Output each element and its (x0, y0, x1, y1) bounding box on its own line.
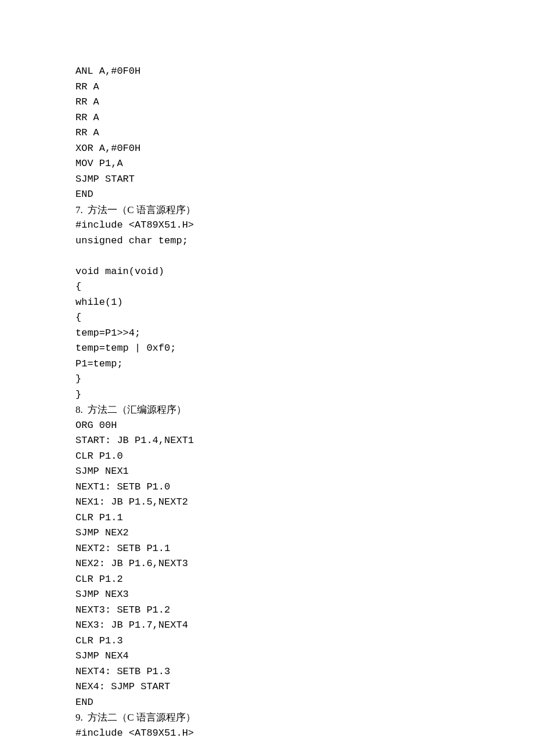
code-line: SJMP NEX4 (75, 649, 459, 664)
code-line: NEXT3: SETB P1.2 (75, 603, 459, 618)
code-line: #include <AT89X51.H> (75, 218, 459, 233)
code-line: } (75, 372, 459, 387)
code-line: unsigned char temp; (75, 233, 459, 249)
code-line: NEX2: JB P1.6,NEXT3 (75, 556, 459, 572)
code-line: SJMP START (75, 172, 459, 188)
code-line: SJMP NEX1 (75, 464, 459, 480)
code-line: temp=temp | 0xf0; (75, 341, 459, 357)
code-line: END (75, 187, 459, 203)
code-line: RR A (75, 95, 459, 110)
code-line: P1=temp; (75, 357, 459, 372)
code-line: NEX4: SJMP START (75, 679, 459, 695)
blank-line (75, 249, 459, 264)
code-line: RR A (75, 125, 459, 141)
code-line: { (75, 279, 459, 295)
code-line: void main(void) (75, 264, 459, 280)
code-line: NEXT4: SETB P1.3 (75, 664, 459, 680)
document-page: ANL A,#0F0HRR ARR ARR ARR AXOR A,#0F0HMO… (0, 0, 534, 756)
section-heading: 9. 方法二（C 语言源程序） (75, 710, 459, 726)
code-line: SJMP NEX3 (75, 587, 459, 603)
code-line: NEX1: JB P1.5,NEXT2 (75, 495, 459, 510)
code-line: #include <AT89X51.H> (75, 726, 459, 741)
code-line: { (75, 310, 459, 326)
section-heading: 8. 方法二（汇编源程序） (75, 402, 459, 418)
code-line: NEX3: JB P1.7,NEXT4 (75, 618, 459, 633)
code-line: START: JB P1.4,NEXT1 (75, 433, 459, 449)
section-heading: 7. 方法一（C 语言源程序） (75, 203, 459, 218)
code-line: RR A (75, 80, 459, 95)
code-line: XOR A,#0F0H (75, 141, 459, 157)
code-line: CLR P1.3 (75, 633, 459, 649)
code-line: CLR P1.2 (75, 572, 459, 588)
code-line: } (75, 387, 459, 403)
code-line: temp=P1>>4; (75, 326, 459, 341)
code-line: RR A (75, 110, 459, 126)
code-line: CLR P1.1 (75, 510, 459, 526)
code-line: ANL A,#0F0H (75, 64, 459, 80)
code-line: CLR P1.0 (75, 449, 459, 465)
code-line: NEXT2: SETB P1.1 (75, 541, 459, 557)
code-line: while(1) (75, 295, 459, 311)
code-line: ORG 00H (75, 418, 459, 434)
code-line: MOV P1,A (75, 156, 459, 172)
code-line: NEXT1: SETB P1.0 (75, 480, 459, 495)
code-line: SJMP NEX2 (75, 525, 459, 541)
code-line: END (75, 695, 459, 711)
